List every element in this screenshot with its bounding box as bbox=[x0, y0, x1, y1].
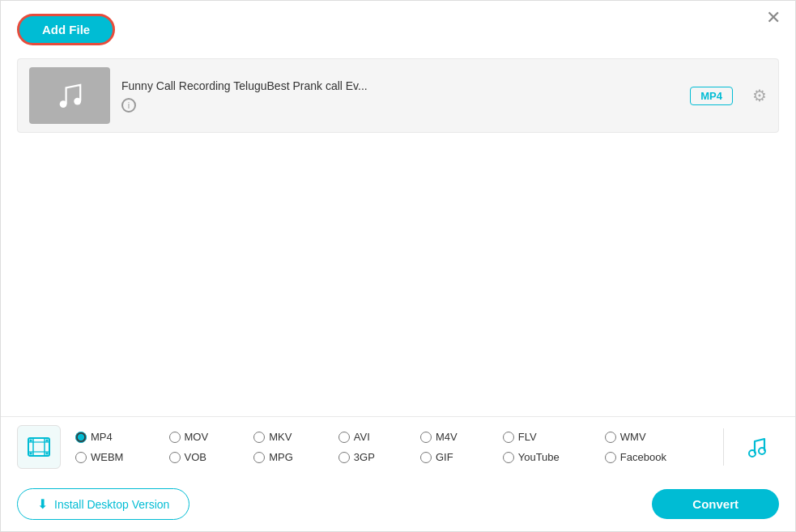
radio-flv[interactable] bbox=[503, 432, 514, 443]
format-label-avi: AVI bbox=[354, 431, 370, 443]
install-button[interactable]: ⬇ Install Desktop Version bbox=[17, 488, 189, 520]
file-thumbnail bbox=[29, 67, 110, 124]
radio-youtube[interactable] bbox=[503, 452, 514, 463]
format-option-facebook[interactable]: Facebook bbox=[605, 449, 712, 465]
radio-mov[interactable] bbox=[169, 432, 181, 443]
svg-rect-7 bbox=[30, 453, 32, 455]
format-option-vob[interactable]: VOB bbox=[169, 449, 254, 465]
radio-3gp[interactable] bbox=[338, 452, 350, 463]
radio-facebook[interactable] bbox=[605, 452, 616, 463]
download-icon: ⬇ bbox=[37, 496, 48, 512]
file-title: Funny Call Recording TeluguBest Prank ca… bbox=[121, 79, 679, 92]
top-bar: Add File bbox=[1, 1, 795, 53]
format-label-wmv: WMV bbox=[620, 431, 646, 443]
svg-point-0 bbox=[60, 100, 67, 108]
format-label-webm: WEBM bbox=[91, 451, 123, 463]
format-option-m4v[interactable]: M4V bbox=[420, 429, 503, 445]
radio-avi[interactable] bbox=[338, 432, 350, 443]
format-option-avi[interactable]: AVI bbox=[338, 429, 420, 445]
install-label: Install Desktop Version bbox=[54, 498, 169, 511]
video-format-icon-box[interactable] bbox=[17, 425, 61, 469]
format-label-3gp: 3GP bbox=[354, 451, 375, 463]
gear-icon[interactable]: ⚙ bbox=[752, 86, 767, 105]
format-options: MP4 MOV MKV AVI M4V FLV WMV WEBM bbox=[75, 429, 712, 465]
file-format-badge: MP4 bbox=[690, 87, 733, 105]
radio-gif[interactable] bbox=[420, 452, 432, 463]
radio-mkv[interactable] bbox=[253, 432, 265, 443]
info-icon[interactable]: i bbox=[121, 98, 136, 113]
format-option-webm[interactable]: WEBM bbox=[75, 449, 169, 465]
format-label-mov: MOV bbox=[185, 431, 209, 443]
format-option-mpg[interactable]: MPG bbox=[253, 449, 338, 465]
film-icon bbox=[27, 435, 51, 459]
format-label-flv: FLV bbox=[518, 431, 537, 443]
audio-note-icon bbox=[745, 435, 769, 459]
format-option-mkv[interactable]: MKV bbox=[253, 429, 338, 445]
svg-rect-9 bbox=[46, 453, 49, 455]
svg-rect-6 bbox=[30, 440, 32, 442]
radio-mp4[interactable] bbox=[75, 432, 87, 443]
format-option-mov[interactable]: MOV bbox=[169, 429, 254, 445]
format-label-mkv: MKV bbox=[269, 431, 292, 443]
svg-rect-8 bbox=[46, 440, 49, 442]
format-bar: MP4 MOV MKV AVI M4V FLV WMV WEBM bbox=[1, 416, 795, 478]
format-option-mp4[interactable]: MP4 bbox=[75, 429, 169, 445]
convert-button[interactable]: Convert bbox=[652, 489, 779, 519]
bottom-bar: ⬇ Install Desktop Version Convert bbox=[1, 477, 795, 531]
format-label-m4v: M4V bbox=[436, 431, 458, 443]
file-row: Funny Call Recording TeluguBest Prank ca… bbox=[17, 58, 779, 133]
format-option-flv[interactable]: FLV bbox=[503, 429, 605, 445]
svg-rect-3 bbox=[28, 442, 49, 452]
music-icon bbox=[52, 78, 87, 113]
format-label-mpg: MPG bbox=[269, 451, 293, 463]
radio-vob[interactable] bbox=[169, 452, 181, 463]
format-label-youtube: YouTube bbox=[518, 451, 560, 463]
format-option-3gp[interactable]: 3GP bbox=[338, 449, 420, 465]
format-option-youtube[interactable]: YouTube bbox=[503, 449, 605, 465]
radio-mpg[interactable] bbox=[253, 452, 265, 463]
format-label-facebook: Facebook bbox=[620, 451, 666, 463]
format-label-gif: GIF bbox=[436, 451, 453, 463]
radio-wmv[interactable] bbox=[605, 432, 616, 443]
close-button[interactable]: ✕ bbox=[766, 9, 781, 27]
format-option-gif[interactable]: GIF bbox=[420, 449, 503, 465]
audio-icon-box[interactable] bbox=[735, 425, 779, 469]
format-option-wmv[interactable]: WMV bbox=[605, 429, 712, 445]
middle-area bbox=[1, 133, 795, 416]
file-info: Funny Call Recording TeluguBest Prank ca… bbox=[121, 79, 679, 113]
add-file-button[interactable]: Add File bbox=[17, 14, 115, 45]
radio-webm[interactable] bbox=[75, 452, 87, 463]
format-label-mp4: MP4 bbox=[91, 431, 113, 443]
format-divider bbox=[723, 428, 724, 466]
svg-point-1 bbox=[74, 98, 81, 105]
radio-m4v[interactable] bbox=[420, 432, 432, 443]
format-label-vob: VOB bbox=[185, 451, 206, 463]
